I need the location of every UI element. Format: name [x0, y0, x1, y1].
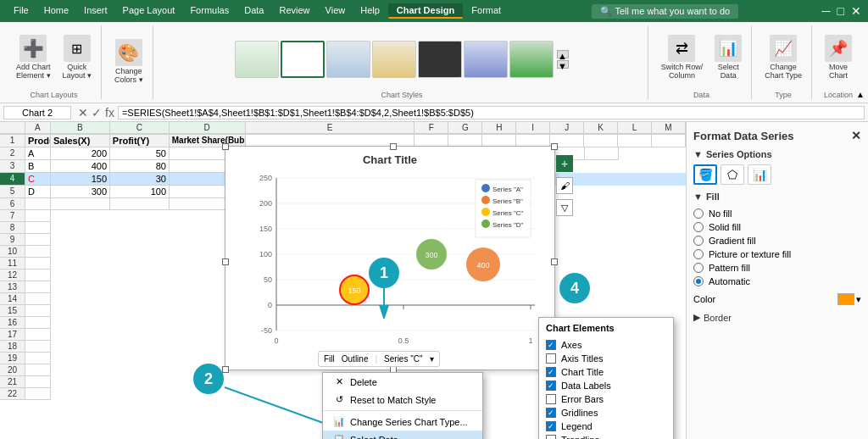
cell-a15[interactable]	[25, 305, 51, 317]
cell-a21[interactable]	[25, 376, 51, 388]
menu-insert[interactable]: Insert	[77, 3, 114, 19]
menu-help[interactable]: Help	[353, 3, 387, 19]
chart-element-trendline[interactable]: Trendline	[546, 433, 666, 439]
change-chart-type-button[interactable]: 📈 ChangeChart Type	[760, 32, 806, 82]
cell-a9[interactable]	[25, 234, 51, 246]
col-B[interactable]: B	[51, 122, 110, 134]
chart-style-6[interactable]	[464, 41, 508, 78]
cell-a3[interactable]: B	[25, 160, 51, 173]
error-bars-checkbox[interactable]	[546, 394, 556, 404]
chart-elements-button[interactable]: +	[556, 155, 573, 172]
fill-section-header[interactable]: ▼ Fill	[693, 192, 861, 202]
cell-a16[interactable]	[25, 317, 51, 329]
cell-a10[interactable]	[25, 246, 51, 258]
context-menu-reset[interactable]: ↺ Reset to Match Style	[323, 391, 482, 408]
cell-c3[interactable]: 80	[110, 160, 170, 173]
axis-titles-checkbox[interactable]	[546, 353, 556, 364]
maximize-icon[interactable]: □	[837, 4, 844, 18]
col-L[interactable]: L	[618, 122, 652, 134]
fill-picture[interactable]: Picture or texture fill	[693, 247, 861, 261]
cell-k1[interactable]	[584, 135, 618, 147]
cell-a17[interactable]	[25, 329, 51, 341]
mini-dropdown-arrow[interactable]: ▾	[430, 354, 434, 364]
cell-a7[interactable]	[25, 210, 51, 222]
chart-style-4[interactable]	[372, 41, 416, 78]
resize-handle-tl[interactable]	[222, 143, 229, 150]
cell-b6[interactable]	[51, 198, 110, 210]
cell-b1[interactable]: Sales(X)	[51, 135, 110, 147]
cell-m1[interactable]	[652, 135, 686, 147]
chart-styles-scroll-down[interactable]: ▼	[557, 60, 569, 69]
col-F[interactable]: F	[415, 122, 448, 134]
collapse-ribbon-button[interactable]: ▲	[856, 90, 865, 99]
gradient-fill-radio[interactable]	[693, 236, 704, 246]
chart-style-7[interactable]	[509, 41, 554, 78]
chart-element-chart-title[interactable]: ✓ Chart Title	[546, 365, 666, 379]
col-K[interactable]: K	[584, 122, 618, 134]
cell-a8[interactable]	[25, 222, 51, 234]
mini-outline-label[interactable]: Outline	[342, 354, 369, 364]
mini-fill-label[interactable]: Fill	[324, 354, 335, 364]
cell-c1[interactable]: Profit(Y)	[110, 135, 170, 147]
context-menu-change-series-type[interactable]: 📊 Change Series Chart Type...	[323, 413, 482, 431]
chart-title[interactable]: Chart Title	[225, 147, 554, 169]
formula-insert-icon[interactable]: fx	[105, 106, 114, 119]
fill-automatic[interactable]: Automatic	[693, 275, 861, 288]
close-icon[interactable]: ✕	[851, 4, 861, 18]
resize-handle-ml[interactable]	[222, 258, 229, 265]
col-A[interactable]: A	[25, 122, 51, 134]
format-icon-bar[interactable]: 📊	[748, 164, 771, 185]
fill-no-fill[interactable]: No fill	[693, 207, 861, 220]
cell-a4[interactable]: C	[25, 173, 51, 186]
menu-view[interactable]: View	[319, 3, 353, 19]
change-colors-button[interactable]: 🎨 ChangeColors ▾	[110, 36, 147, 86]
gridlines-checkbox[interactable]: ✓	[546, 408, 556, 418]
color-dropdown-arrow[interactable]: ▾	[856, 294, 861, 305]
formula-cancel-icon[interactable]: ✕	[78, 106, 88, 119]
resize-handle-mr[interactable]	[551, 258, 558, 265]
select-data-button[interactable]: 📊 SelectData	[710, 32, 746, 82]
resize-handle-tc[interactable]	[390, 143, 397, 150]
solid-fill-radio[interactable]	[693, 222, 704, 232]
menu-data[interactable]: Data	[237, 3, 270, 19]
cell-a20[interactable]	[25, 364, 51, 376]
switch-row-column-button[interactable]: ⇄ Switch Row/Column	[657, 32, 708, 82]
col-G[interactable]: G	[448, 122, 482, 134]
mini-dropdown-label[interactable]: Series "C"	[384, 354, 422, 364]
resize-handle-tr[interactable]	[551, 143, 558, 150]
fill-pattern[interactable]: Pattern fill	[693, 261, 861, 275]
trendline-checkbox[interactable]	[546, 435, 556, 439]
chart-styles-button[interactable]: 🖌	[556, 177, 573, 194]
menu-format[interactable]: Format	[465, 3, 508, 19]
chart-title-checkbox[interactable]: ✓	[546, 367, 556, 377]
cell-c4[interactable]: 30	[110, 173, 170, 186]
cell-a2[interactable]: A	[25, 147, 51, 160]
cell-a6[interactable]	[25, 198, 51, 210]
no-fill-radio[interactable]	[693, 208, 704, 219]
menu-file[interactable]: File	[7, 3, 36, 19]
chart-element-error-bars[interactable]: Error Bars	[546, 392, 666, 406]
col-C[interactable]: C	[110, 122, 170, 134]
cell-a11[interactable]	[25, 258, 51, 270]
minimize-icon[interactable]: ─	[822, 4, 831, 18]
formula-input[interactable]: =SERIES(Sheet1!$A$4,Sheet1!$B$1:$D$1,She…	[118, 106, 865, 119]
chart-styles-scroll-up[interactable]: ▲	[557, 50, 569, 58]
automatic-fill-radio[interactable]	[693, 276, 704, 286]
format-icon-fill[interactable]: 🪣	[693, 164, 717, 185]
color-swatch[interactable]	[837, 293, 854, 305]
chart-element-legend[interactable]: ✓ Legend	[546, 420, 666, 433]
cell-a22[interactable]	[25, 388, 51, 400]
fill-solid[interactable]: Solid fill	[693, 220, 861, 234]
col-M[interactable]: M	[652, 122, 686, 134]
chart-style-5[interactable]	[418, 41, 462, 78]
name-box[interactable]	[3, 106, 71, 119]
border-section-header[interactable]: ▶ Border	[693, 312, 861, 323]
data-labels-checkbox[interactable]: ✓	[546, 381, 556, 391]
col-D[interactable]: D	[170, 122, 246, 134]
cell-c6[interactable]	[110, 198, 170, 210]
col-H[interactable]: H	[482, 122, 516, 134]
picture-fill-radio[interactable]	[693, 249, 704, 259]
menu-page-layout[interactable]: Page Layout	[116, 3, 182, 19]
chart-style-3[interactable]	[326, 41, 370, 78]
cell-a12[interactable]	[25, 270, 51, 281]
